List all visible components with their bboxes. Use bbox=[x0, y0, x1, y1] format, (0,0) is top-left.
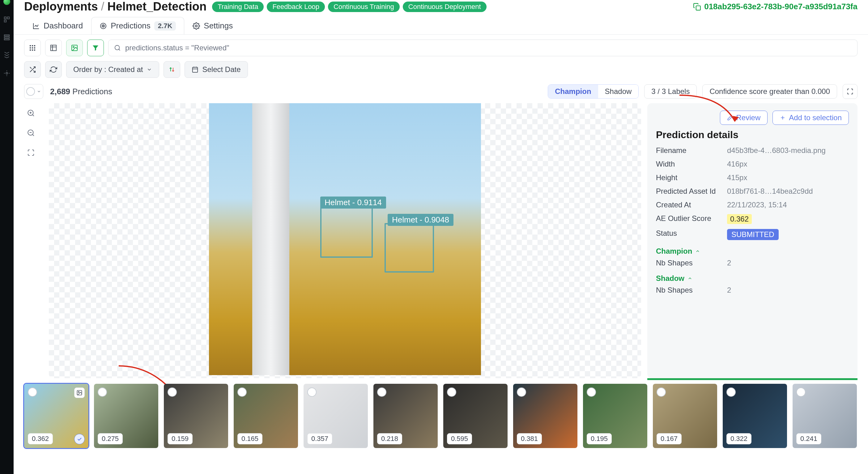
nav-item-1[interactable] bbox=[3, 16, 10, 23]
outlier-value: 0.362 bbox=[727, 214, 752, 224]
thumb-score: 0.275 bbox=[98, 433, 123, 444]
nav-item-4[interactable] bbox=[3, 70, 10, 76]
zoom-out-button[interactable] bbox=[24, 126, 38, 140]
calendar-icon bbox=[192, 66, 198, 73]
search-input[interactable]: predictions.status = "Reviewed" bbox=[108, 39, 858, 56]
svg-rect-22 bbox=[193, 67, 198, 73]
tab-settings[interactable]: Settings bbox=[184, 17, 241, 34]
thumbnail[interactable]: 0.165 bbox=[234, 384, 298, 448]
prediction-image: Helmet - 0.9114 Helmet - 0.9048 bbox=[209, 103, 481, 375]
view-image-button[interactable] bbox=[66, 39, 83, 56]
svg-point-21 bbox=[115, 45, 120, 50]
select-all-checkbox[interactable] bbox=[24, 84, 43, 99]
thumb-select-circle[interactable] bbox=[167, 387, 177, 397]
shuffle-button[interactable] bbox=[24, 61, 41, 78]
thumbnail[interactable]: 0.275 bbox=[94, 384, 158, 448]
circle-icon bbox=[26, 87, 35, 96]
thumb-select-circle[interactable] bbox=[377, 387, 386, 397]
thumb-score: 0.159 bbox=[167, 433, 193, 444]
chevron-down-icon bbox=[147, 67, 152, 72]
tag-list: Training Data Feedback Loop Continuous T… bbox=[212, 2, 486, 12]
svg-rect-15 bbox=[30, 50, 31, 51]
champion-section-toggle[interactable]: Champion bbox=[656, 247, 849, 256]
chevron-down-icon bbox=[37, 89, 41, 94]
tag-feedback-loop[interactable]: Feedback Loop bbox=[267, 2, 325, 12]
thumbnail[interactable]: 0.357 bbox=[304, 384, 368, 448]
filter-button[interactable] bbox=[87, 39, 104, 56]
review-button[interactable]: Review bbox=[720, 110, 768, 125]
segment-shadow[interactable]: Shadow bbox=[598, 85, 639, 98]
deployment-uuid[interactable]: 018ab295-63e2-783b-90e7-a935d91a73fa bbox=[693, 2, 858, 11]
chevron-up-icon bbox=[695, 249, 700, 254]
svg-point-7 bbox=[103, 26, 103, 26]
copy-icon bbox=[693, 3, 701, 11]
thumb-select-circle[interactable] bbox=[98, 387, 107, 397]
filter-icon bbox=[92, 44, 99, 52]
orderby-select[interactable]: Order by : Created at bbox=[66, 61, 159, 78]
thumbnail[interactable]: 0.218 bbox=[373, 384, 438, 448]
thumb-select-circle[interactable] bbox=[307, 387, 316, 397]
thumbnail[interactable]: 0.195 bbox=[583, 384, 647, 448]
sort-direction-button[interactable] bbox=[163, 61, 180, 78]
left-nav bbox=[0, 0, 13, 474]
thumbnail[interactable]: 0.362 bbox=[24, 384, 88, 448]
tab-dashboard[interactable]: Dashboard bbox=[24, 17, 91, 34]
status-value: SUBMITTED bbox=[727, 229, 779, 240]
view-grid-button[interactable] bbox=[24, 39, 41, 56]
tab-predictions[interactable]: Predictions 2.7K bbox=[91, 17, 184, 34]
svg-rect-14 bbox=[34, 47, 35, 49]
filename-label: Filename bbox=[656, 146, 727, 155]
thumb-select-circle[interactable] bbox=[657, 387, 666, 397]
refresh-button[interactable] bbox=[45, 61, 62, 78]
thumbnail-strip[interactable]: 0.3620.2750.1590.1650.3570.2180.5950.381… bbox=[13, 378, 868, 448]
svg-point-8 bbox=[195, 25, 197, 27]
image-viewer[interactable]: Helmet - 0.9114 Helmet - 0.9048 bbox=[49, 103, 641, 378]
thumb-select-circle[interactable] bbox=[447, 387, 456, 397]
thumb-select-circle[interactable] bbox=[238, 387, 247, 397]
fullscreen-button[interactable] bbox=[843, 84, 858, 99]
tabs: Dashboard Predictions 2.7K Settings bbox=[13, 15, 868, 35]
select-date-button[interactable]: Select Date bbox=[185, 61, 248, 78]
tag-continuous-training[interactable]: Continuous Training bbox=[328, 2, 400, 12]
svg-rect-9 bbox=[30, 45, 31, 46]
breadcrumb-root[interactable]: Deployments bbox=[24, 0, 98, 13]
view-table-button[interactable] bbox=[45, 39, 62, 56]
thumbnail[interactable]: 0.595 bbox=[443, 384, 507, 448]
zoom-in-button[interactable] bbox=[24, 106, 38, 120]
bbox-helmet-2[interactable] bbox=[384, 223, 434, 273]
thumb-score: 0.595 bbox=[447, 433, 472, 444]
thumb-select-circle[interactable] bbox=[28, 387, 37, 397]
fit-screen-button[interactable] bbox=[24, 146, 38, 159]
segment-champion[interactable]: Champion bbox=[548, 85, 598, 98]
thumbnail[interactable]: 0.381 bbox=[513, 384, 578, 448]
tag-training-data[interactable]: Training Data bbox=[212, 2, 264, 12]
thumb-select-circle[interactable] bbox=[796, 387, 806, 397]
height-label: Height bbox=[656, 173, 727, 182]
target-icon bbox=[99, 22, 107, 30]
breadcrumb-name[interactable]: Helmet_Detection bbox=[107, 0, 207, 13]
thumb-score: 0.362 bbox=[28, 433, 53, 444]
thumb-score: 0.241 bbox=[796, 433, 821, 444]
thumb-score: 0.195 bbox=[587, 433, 612, 444]
thumb-select-circle[interactable] bbox=[726, 387, 736, 397]
thumb-score: 0.381 bbox=[517, 433, 542, 444]
add-to-selection-button[interactable]: Add to selection bbox=[773, 110, 849, 125]
confidence-chip[interactable]: Confidence score greater than 0.000 bbox=[702, 84, 837, 99]
thumbnail[interactable]: 0.159 bbox=[164, 384, 228, 448]
panel-accent bbox=[647, 378, 858, 380]
shadow-nbshapes-value: 2 bbox=[727, 286, 849, 294]
svg-rect-18 bbox=[51, 45, 56, 51]
chevron-up-icon bbox=[687, 276, 692, 281]
nav-item-3[interactable] bbox=[3, 52, 10, 59]
thumb-select-circle[interactable] bbox=[517, 387, 526, 397]
nav-item-2[interactable] bbox=[3, 34, 10, 41]
tag-continuous-deployment[interactable]: Continuous Deployment bbox=[403, 2, 487, 12]
thumbnail[interactable]: 0.241 bbox=[793, 384, 857, 448]
thumbnail[interactable]: 0.167 bbox=[653, 384, 717, 448]
labels-chip[interactable]: 3 / 3 Labels bbox=[644, 84, 697, 99]
champion-nbshapes-label: Nb Shapes bbox=[656, 259, 727, 267]
thumb-select-circle[interactable] bbox=[587, 387, 596, 397]
thumbnail[interactable]: 0.322 bbox=[723, 384, 787, 448]
bbox-helmet-1[interactable] bbox=[320, 205, 373, 258]
shadow-section-toggle[interactable]: Shadow bbox=[656, 274, 849, 283]
